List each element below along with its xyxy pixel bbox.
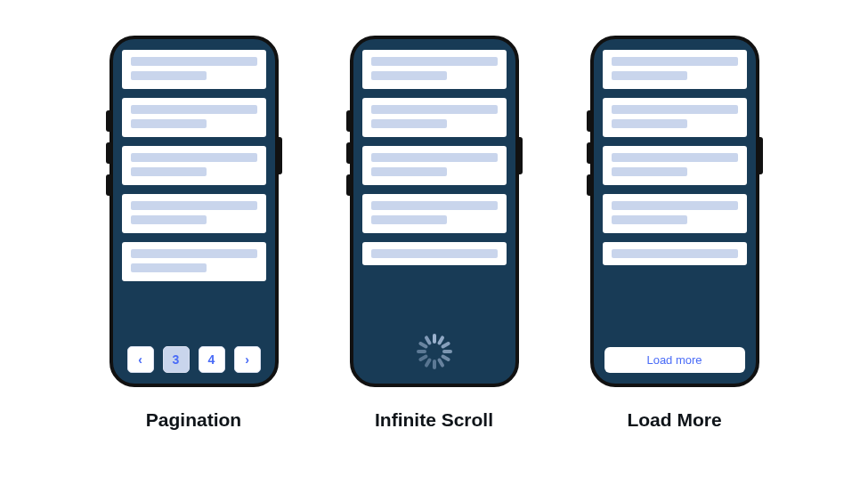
load-more-button[interactable]: Load more [604, 347, 745, 373]
placeholder-line [612, 201, 738, 210]
list-item [122, 194, 266, 233]
caption-loadmore: Load More [627, 409, 721, 431]
list-item [603, 50, 747, 89]
placeholder-line [612, 249, 738, 258]
placeholder-line [131, 119, 207, 128]
list-item [122, 146, 266, 185]
list-item [362, 146, 507, 185]
spinner-icon [417, 334, 452, 369]
placeholder-line [612, 119, 687, 128]
placeholder-line [612, 215, 687, 224]
chevron-right-icon: › [245, 352, 249, 367]
placeholder-line [612, 105, 738, 114]
placeholder-line [131, 105, 257, 114]
phone-frame-pagination: ‹ 3 4 › [110, 36, 279, 387]
placeholder-line [371, 119, 447, 128]
pagination-next-button[interactable]: › [234, 346, 261, 373]
placeholder-line [131, 215, 207, 224]
loading-spinner [362, 327, 507, 373]
list-item [122, 242, 266, 281]
list-item [603, 194, 747, 233]
caption-pagination: Pagination [146, 409, 241, 431]
placeholder-line [131, 201, 257, 210]
pagination-page-current[interactable]: 3 [163, 346, 190, 373]
placeholder-line [371, 201, 498, 210]
pagination-controls: ‹ 3 4 › [122, 343, 266, 373]
placeholder-line [131, 249, 257, 258]
placeholder-line [612, 167, 687, 176]
list-item [362, 242, 507, 265]
list-item [362, 194, 507, 233]
list-item [603, 242, 747, 265]
placeholder-line [371, 215, 447, 224]
list-item [362, 50, 507, 89]
list-item [362, 98, 507, 137]
pagination-prev-button[interactable]: ‹ [127, 346, 154, 373]
placeholder-line [371, 167, 447, 176]
chevron-left-icon: ‹ [138, 352, 142, 367]
phone-frame-loadmore: Load more [590, 36, 759, 387]
placeholder-line [371, 71, 447, 80]
infinite-scroll-example: Infinite Scroll [350, 36, 519, 431]
placeholder-line [131, 263, 207, 272]
load-more-example: Load more Load More [590, 36, 759, 431]
placeholder-line [131, 57, 257, 66]
pagination-page-next[interactable]: 4 [199, 346, 225, 373]
list-item [122, 50, 266, 89]
placeholder-line [131, 167, 207, 176]
placeholder-line [371, 105, 498, 114]
placeholder-line [371, 249, 498, 258]
placeholder-line [612, 71, 687, 80]
list-item [122, 98, 266, 137]
placeholder-line [371, 153, 498, 162]
placeholder-line [131, 71, 207, 80]
placeholder-line [371, 57, 498, 66]
list-item [603, 98, 747, 137]
placeholder-line [612, 57, 738, 66]
phone-frame-infinite [350, 36, 519, 387]
placeholder-line [131, 153, 257, 162]
placeholder-line [612, 153, 738, 162]
list-item [603, 146, 747, 185]
pagination-example: ‹ 3 4 › Pagination [110, 36, 279, 431]
caption-infinite: Infinite Scroll [375, 409, 493, 431]
